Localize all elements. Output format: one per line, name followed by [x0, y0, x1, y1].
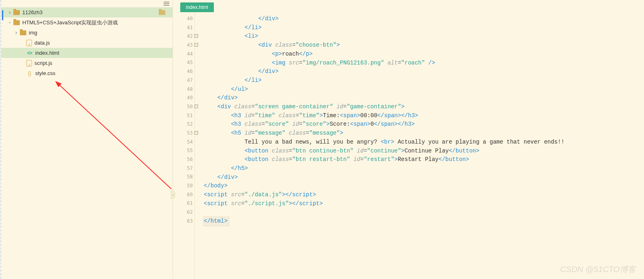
sidebar-toolbar	[1, 0, 173, 7]
folder-icon	[13, 20, 20, 25]
fold-toggle-icon[interactable]: −	[194, 131, 198, 135]
tree-item-label: data.js	[34, 40, 50, 46]
tree-item-script-js[interactable]: Jscript.js	[1, 58, 173, 68]
js-file-icon: J	[26, 60, 32, 67]
tree-item-index-html[interactable]: index.html	[1, 48, 173, 58]
line-number[interactable]: 54	[173, 138, 194, 147]
line-number[interactable]: 57	[173, 164, 194, 173]
folder-icon	[13, 10, 20, 15]
tree-item-style-css[interactable]: style.css	[1, 68, 173, 78]
line-number[interactable]: 45	[173, 58, 194, 67]
tree-item-label: 1126zh3	[22, 9, 43, 15]
tree-item-label: HTML5+CSS+JavaScript实现捉虫小游戏	[22, 19, 118, 26]
tree-item-html5-css-javascript-[interactable]: HTML5+CSS+JavaScript实现捉虫小游戏	[1, 17, 173, 28]
tab-index-html[interactable]: index.html	[180, 2, 214, 12]
line-number[interactable]: 50−	[173, 103, 194, 112]
line-number[interactable]: 47	[173, 76, 194, 85]
tree-item-data-js[interactable]: Jdata.js	[1, 38, 173, 48]
line-number[interactable]: 53−	[173, 129, 194, 138]
code-area: 404142−43−44454647484950−515253−54555657…	[173, 12, 644, 279]
css-file-icon	[26, 71, 33, 76]
folder-expand-indicator	[2, 10, 3, 20]
line-number[interactable]: 60	[173, 191, 194, 200]
line-number[interactable]: 40	[173, 15, 194, 24]
line-number-gutter[interactable]: 404142−43−44454647484950−515253−54555657…	[173, 12, 195, 279]
tab-bar: index.html	[173, 0, 644, 12]
tree-item-label: img	[29, 30, 37, 36]
file-tree: 1126zh3HTML5+CSS+JavaScript实现捉虫小游戏imgJda…	[1, 7, 173, 279]
tree-item-label: script.js	[34, 60, 52, 66]
line-number[interactable]: 41	[173, 24, 194, 32]
file-explorer-sidebar: 1126zh3HTML5+CSS+JavaScript实现捉虫小游戏imgJda…	[0, 0, 173, 279]
expand-arrow-icon[interactable]	[8, 11, 12, 15]
line-number[interactable]: 63	[173, 217, 194, 226]
line-number[interactable]: 48	[173, 85, 194, 94]
line-number[interactable]: 43−	[173, 41, 194, 50]
js-file-icon: J	[26, 40, 32, 46]
line-number[interactable]: 59	[173, 182, 194, 191]
line-number[interactable]: 46	[173, 67, 194, 76]
tree-item-label: index.html	[35, 50, 59, 56]
tree-item-1126zh3[interactable]: 1126zh3	[1, 7, 173, 17]
line-number[interactable]: 61	[173, 199, 194, 208]
folder-icon	[20, 30, 26, 35]
fold-toggle-icon[interactable]: −	[194, 105, 198, 108]
line-number[interactable]: 44	[173, 50, 194, 59]
tree-item-img[interactable]: img	[1, 28, 173, 38]
line-number[interactable]: 49	[173, 94, 194, 103]
code-content[interactable]: </div> </li> <li> <div class="choose-btn…	[195, 12, 644, 279]
editor-pane: index.html 404142−43−44454647484950−5152…	[173, 0, 644, 279]
expand-arrow-icon[interactable]	[14, 31, 18, 35]
fold-toggle-icon[interactable]: −	[194, 34, 198, 38]
fold-toggle-icon[interactable]: −	[194, 43, 198, 47]
line-number[interactable]: 55	[173, 146, 194, 155]
line-number[interactable]: 62	[173, 208, 194, 217]
line-number[interactable]: 56	[173, 155, 194, 164]
folder-icon	[159, 10, 165, 15]
tree-item-label: style.css	[35, 70, 55, 76]
line-number[interactable]: 58	[173, 173, 194, 182]
sidebar-menu-icon[interactable]	[164, 2, 169, 6]
line-number[interactable]: 52	[173, 120, 194, 129]
line-number[interactable]: 42−	[173, 32, 194, 41]
line-number[interactable]: 51	[173, 112, 194, 120]
html-file-icon	[26, 50, 33, 56]
expand-arrow-icon[interactable]	[8, 21, 12, 25]
